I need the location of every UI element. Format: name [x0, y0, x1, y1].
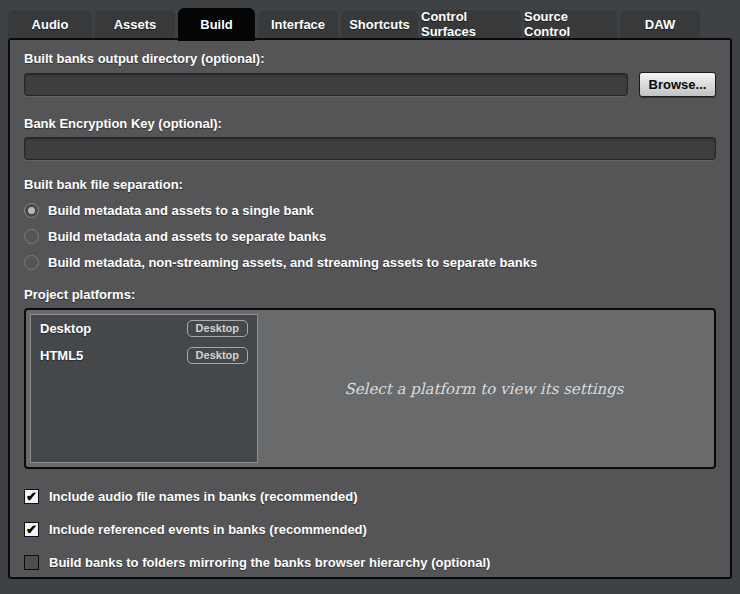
build-settings-panel: Built banks output directory (optional):… — [8, 38, 732, 579]
tab-interface[interactable]: Interface — [258, 10, 338, 38]
tab-control-surfaces[interactable]: Control Surfaces — [421, 10, 521, 38]
check-row-mirror-hierarchy[interactable]: Build banks to folders mirroring the ban… — [24, 555, 716, 570]
tab-daw[interactable]: DAW — [620, 10, 700, 38]
tab-audio[interactable]: Audio — [8, 10, 92, 38]
encryption-key-input[interactable] — [24, 137, 716, 160]
radio-row-streaming-separate[interactable]: Build metadata, non-streaming assets, an… — [24, 255, 716, 270]
radio-single-bank[interactable] — [24, 203, 39, 218]
platform-name: HTML5 — [40, 348, 83, 363]
tab-assets[interactable]: Assets — [95, 10, 175, 38]
output-directory-input[interactable] — [24, 73, 628, 96]
checkbox-mirror-hierarchy[interactable] — [24, 555, 39, 570]
checkbox-audio-file-names[interactable]: ✔ — [24, 489, 39, 504]
platform-row-html5[interactable]: HTML5 Desktop — [31, 342, 257, 369]
radio-single-bank-label: Build metadata and assets to a single ba… — [48, 203, 314, 218]
encryption-key-label: Bank Encryption Key (optional): — [24, 116, 716, 131]
platform-list[interactable]: Desktop Desktop HTML5 Desktop — [30, 314, 258, 463]
platform-settings-placeholder: Select a platform to view its settings — [258, 314, 710, 463]
checkbox-mirror-hierarchy-label: Build banks to folders mirroring the ban… — [49, 555, 490, 570]
radio-row-single-bank[interactable]: Build metadata and assets to a single ba… — [24, 203, 716, 218]
radio-separate-banks-label: Build metadata and assets to separate ba… — [48, 229, 326, 244]
platforms-container: Desktop Desktop HTML5 Desktop Select a p… — [24, 308, 716, 469]
radio-separate-banks[interactable] — [24, 229, 39, 244]
tab-build[interactable]: Build — [178, 8, 255, 41]
platform-name: Desktop — [40, 321, 91, 336]
check-row-referenced-events[interactable]: ✔ Include referenced events in banks (re… — [24, 522, 716, 537]
output-directory-label: Built banks output directory (optional): — [24, 51, 716, 66]
radio-row-separate-banks[interactable]: Build metadata and assets to separate ba… — [24, 229, 716, 244]
project-platforms-label: Project platforms: — [24, 287, 716, 302]
radio-streaming-separate[interactable] — [24, 255, 39, 270]
tab-shortcuts[interactable]: Shortcuts — [341, 10, 418, 38]
file-separation-label: Built bank file separation: — [24, 177, 716, 192]
radio-streaming-separate-label: Build metadata, non-streaming assets, an… — [48, 255, 537, 270]
browse-button[interactable]: Browse... — [639, 72, 716, 97]
checkbox-referenced-events-label: Include referenced events in banks (reco… — [49, 522, 367, 537]
platform-type-badge: Desktop — [187, 347, 248, 364]
preferences-tab-bar: Audio Assets Build Interface Shortcuts C… — [0, 0, 740, 38]
platform-row-desktop[interactable]: Desktop Desktop — [31, 315, 257, 342]
check-row-audio-file-names[interactable]: ✔ Include audio file names in banks (rec… — [24, 489, 716, 504]
checkbox-audio-file-names-label: Include audio file names in banks (recom… — [49, 489, 357, 504]
tab-source-control[interactable]: Source Control — [524, 10, 617, 38]
platform-type-badge: Desktop — [187, 320, 248, 337]
checkbox-referenced-events[interactable]: ✔ — [24, 522, 39, 537]
